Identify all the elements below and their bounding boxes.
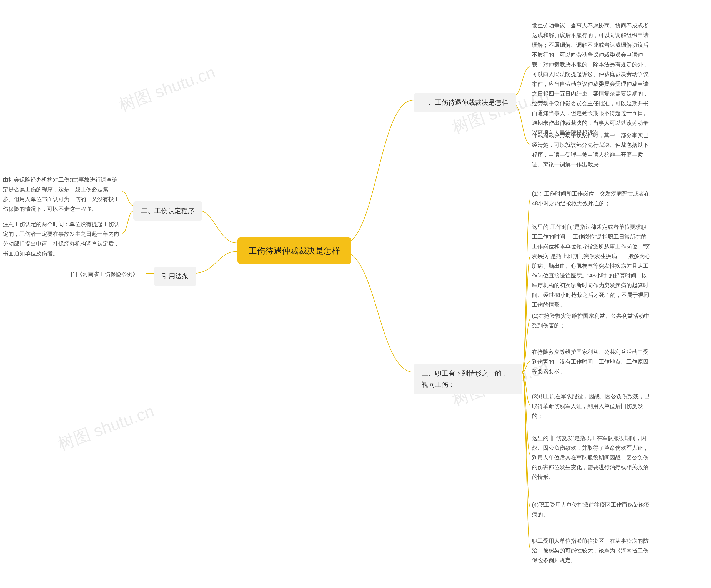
leaf-b3-1: (1)在工作时间和工作岗位，突发疾病死亡或者在48小时之内经抢救无效死亡的；	[532, 189, 651, 208]
leaf-b2-1: 由社会保险经办机构对工伤(亡)事故进行调查确定是否属工伤的程序，这是一般工伤必走…	[3, 175, 122, 214]
branch-4[interactable]: 引用法条	[154, 267, 196, 286]
leaf-b3-2: 这里的“工作时间”是指法律规定或者单位要求职工工作的时间。“工作岗位”是指职工日…	[532, 222, 651, 310]
branch-3[interactable]: 三、职工有下列情形之一的，视同工伤：	[414, 364, 522, 394]
leaf-b3-4: 在抢险救灾等维护国家利益、公共利益活动中受到伤害的，没有工作时间、工作地点、工作…	[532, 347, 651, 376]
leaf-b3-5: (3)职工原在军队服役，因战、因公负伤致残，已取得革命伤残军人证，到用人单位后旧…	[532, 392, 651, 421]
watermark: 树图 shutu.cn	[116, 61, 218, 117]
leaf-b2-2: 注意工伤认定的两个时间：单位没有提起工伤认定的，工伤者一定要在事故发生之日起一年…	[3, 219, 122, 258]
watermark: 树图 shutu.cn	[55, 400, 157, 456]
leaf-b3-3: (2)在抢险救灾等维护国家利益、公共利益活动中受到伤害的；	[532, 311, 651, 330]
leaf-b3-8: 职工受用人单位指派前往疫区，在从事疫病的防治中被感染的可能性较大，该条为《河南省…	[532, 536, 651, 565]
branch-1[interactable]: 一、工伤待遇仲裁裁决是怎样	[414, 93, 516, 112]
branch-2[interactable]: 二、工伤认定程序	[133, 201, 202, 220]
leaf-b3-6: 这里的“旧伤复发”是指职工在军队服役期间，因战、因公负伤致残，并取得了革命伤残军…	[532, 433, 651, 482]
root-node[interactable]: 工伤待遇仲裁裁决是怎样	[237, 238, 351, 264]
leaf-b1-1: 发生劳动争议，当事人不愿协商、协商不成或者达成和解协议后不履行的，可以向调解组织…	[532, 21, 651, 137]
leaf-b1-2: 仲裁庭裁决劳动争议案件时，其中一部分事实已经清楚，可以就该部分先行裁决。仲裁包括…	[532, 131, 651, 170]
leaf-b4-1: [1]《河南省工伤保险条例》	[71, 269, 138, 279]
leaf-b3-7: (4)职工受用人单位指派前往疫区工作而感染该疫病的。	[532, 500, 651, 519]
